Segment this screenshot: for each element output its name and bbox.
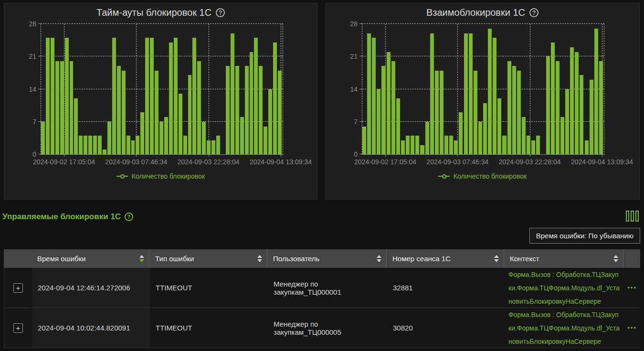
x-axis-label: 2024-09-03 07:46:34 (105, 158, 167, 166)
bar (527, 136, 530, 154)
column-header-expand (4, 249, 32, 268)
bar (273, 43, 277, 154)
bar (174, 38, 178, 154)
context-more-button[interactable]: ••• (627, 284, 637, 291)
expand-row-button[interactable]: + (13, 323, 23, 333)
cell-user: Менеджер по закупкам_ТЦ000001 (268, 268, 387, 308)
y-axis-label: 0 (354, 151, 358, 158)
bar (372, 38, 376, 154)
help-icon[interactable]: ? (125, 213, 133, 221)
bar (362, 127, 366, 155)
x-axis-label: 2024-09-02 17:05:04 (33, 158, 95, 166)
bar (207, 140, 211, 154)
bar (46, 38, 50, 154)
bar (546, 56, 550, 154)
session-value: 30820 (393, 324, 413, 332)
y-axis-tick (359, 23, 362, 24)
bar (483, 103, 487, 154)
expand-row-button[interactable]: + (13, 283, 23, 293)
bar (474, 71, 477, 155)
cell-context: Форма.Вызов : Обработка.ТЦЗакупки.Форма.… (505, 268, 624, 308)
error-type-value: TTIMEOUT (156, 324, 192, 332)
table-header-row: Время ошибки Тип ошибки Пользователь Ном… (4, 249, 640, 268)
bar (188, 75, 192, 154)
gridline-horizontal (362, 56, 604, 56)
bar (216, 136, 220, 154)
bar (136, 136, 139, 154)
bar (164, 117, 168, 154)
legend-item[interactable]: Количество блокировок (438, 172, 527, 180)
gridline-vertical (136, 24, 137, 154)
section-header: Управляемые блокировки 1С ? (2, 212, 133, 222)
bar (268, 89, 272, 155)
bar (41, 122, 45, 154)
bar (590, 80, 593, 154)
bar (264, 127, 267, 155)
bar-chart-timeouts: 071421282024-09-02 17:05:042024-09-03 07… (41, 23, 283, 155)
sort-icon[interactable] (139, 255, 144, 262)
column-header-context[interactable]: Контекст (504, 249, 623, 268)
bar (155, 71, 158, 155)
column-header-label: Номер сеанса 1С (392, 255, 451, 263)
help-icon[interactable]: ? (216, 8, 225, 17)
context-more-button[interactable]: ••• (627, 324, 637, 331)
y-axis-tick (38, 89, 41, 89)
sort-order-dropdown[interactable]: Время ошибки: По убыванию (529, 228, 640, 244)
sort-icon[interactable] (377, 255, 381, 262)
column-header-error-type[interactable]: Тип ошибки (149, 249, 267, 268)
column-header-error-time[interactable]: Время ошибки (32, 249, 149, 268)
column-header-user[interactable]: Пользователь (267, 249, 387, 268)
sort-icon[interactable] (257, 255, 262, 262)
bar (478, 122, 482, 154)
bar (140, 112, 144, 154)
bar (51, 38, 54, 154)
column-header-label: Контекст (510, 255, 539, 263)
column-header-more (623, 249, 640, 268)
bar (226, 66, 230, 154)
bar (575, 52, 579, 155)
x-axis-tick (602, 154, 602, 157)
y-axis-label: 28 (350, 21, 358, 27)
x-axis-tick (457, 154, 458, 157)
bar (536, 136, 540, 154)
x-axis-label: 2024-09-04 13:09:34 (250, 158, 312, 166)
expand-cell: + (4, 308, 32, 348)
cell-context: Форма.Вызов : Обработка.ТЦЗакупки.Форма.… (505, 308, 624, 348)
legend-item[interactable]: Количество блокировок (116, 172, 205, 180)
bar (197, 61, 201, 154)
sort-icon[interactable] (613, 255, 618, 262)
sort-icon[interactable] (494, 255, 499, 262)
bar (570, 47, 574, 154)
bar (202, 122, 206, 154)
legend-label: Количество блокировок (132, 172, 205, 180)
y-axis-label: 21 (29, 53, 36, 60)
chart-legend: Количество блокировок (326, 172, 639, 180)
y-axis-tick (359, 121, 362, 122)
bar-chart-deadlocks: 071421282024-09-02 17:05:042024-09-03 07… (362, 23, 604, 155)
bar (367, 33, 371, 155)
bar (556, 61, 560, 154)
context-value: Форма.Вызов : Обработка.ТЦЗакупки.Форма.… (508, 268, 621, 308)
bar (594, 29, 598, 154)
x-axis-tick (385, 154, 386, 157)
bar (98, 136, 102, 154)
bar (127, 136, 130, 154)
bar (159, 122, 163, 154)
column-header-session[interactable]: Номер сеанса 1С (387, 249, 504, 268)
bar (250, 52, 253, 155)
bar (565, 89, 569, 155)
bar (560, 117, 564, 154)
bar (254, 38, 258, 154)
bar (117, 66, 121, 154)
more-cell: ••• (624, 308, 640, 348)
bar (415, 136, 419, 154)
error-time-value: 2024-09-04 10:02:44.820091 (38, 324, 130, 332)
bar (488, 29, 492, 154)
gridline-vertical (530, 24, 530, 154)
bar (585, 140, 589, 154)
bar (150, 38, 154, 154)
panel-lock-timeouts: Тайм-ауты блокировок 1С ? 071421282024-0… (4, 3, 317, 200)
bar (454, 140, 458, 154)
help-icon[interactable]: ? (529, 8, 538, 17)
columns-icon[interactable] (626, 211, 639, 222)
